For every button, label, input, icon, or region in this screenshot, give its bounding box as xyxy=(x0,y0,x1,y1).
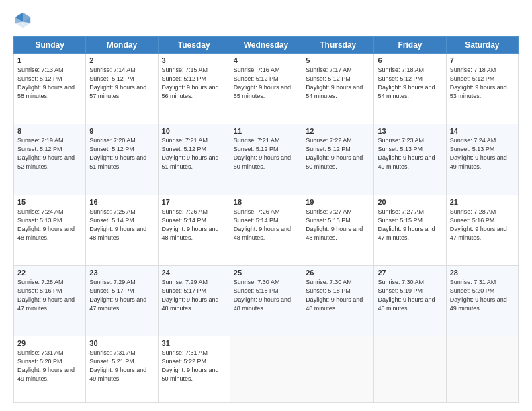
day-info: Sunrise: 7:27 AM Sunset: 5:15 PM Dayligh… xyxy=(378,208,442,242)
day-info: Sunrise: 7:17 AM Sunset: 5:12 PM Dayligh… xyxy=(306,66,370,101)
table-row: 30 Sunrise: 7:31 AM Sunset: 5:21 PM Dayl… xyxy=(86,336,158,403)
table-row xyxy=(374,336,446,403)
table-row: 13 Sunrise: 7:23 AM Sunset: 5:13 PM Dayl… xyxy=(374,124,446,195)
day-number: 27 xyxy=(378,269,442,277)
page: Sunday Monday Tuesday Wednesday Thursday… xyxy=(0,0,532,411)
table-row: 24 Sunrise: 7:29 AM Sunset: 5:17 PM Dayl… xyxy=(158,265,230,336)
day-number: 6 xyxy=(378,56,442,64)
day-info: Sunrise: 7:22 AM Sunset: 5:12 PM Dayligh… xyxy=(306,136,370,171)
day-number: 12 xyxy=(306,127,370,135)
table-row: 25 Sunrise: 7:30 AM Sunset: 5:18 PM Dayl… xyxy=(230,265,302,336)
table-row: 17 Sunrise: 7:26 AM Sunset: 5:14 PM Dayl… xyxy=(158,195,230,265)
day-info: Sunrise: 7:28 AM Sunset: 5:16 PM Dayligh… xyxy=(450,208,515,242)
day-number: 11 xyxy=(234,127,298,135)
day-info: Sunrise: 7:26 AM Sunset: 5:14 PM Dayligh… xyxy=(162,208,226,242)
day-info: Sunrise: 7:24 AM Sunset: 5:13 PM Dayligh… xyxy=(17,208,82,242)
day-info: Sunrise: 7:29 AM Sunset: 5:17 PM Dayligh… xyxy=(89,278,154,313)
day-number: 15 xyxy=(17,198,82,206)
col-sunday: Sunday xyxy=(14,37,86,54)
day-number: 3 xyxy=(162,56,226,64)
day-number: 25 xyxy=(234,269,298,277)
table-row: 22 Sunrise: 7:28 AM Sunset: 5:16 PM Dayl… xyxy=(14,265,86,336)
col-wednesday: Wednesday xyxy=(230,37,302,54)
day-info: Sunrise: 7:31 AM Sunset: 5:22 PM Dayligh… xyxy=(162,349,226,383)
table-row: 7 Sunrise: 7:18 AM Sunset: 5:12 PM Dayli… xyxy=(446,54,518,124)
table-row: 31 Sunrise: 7:31 AM Sunset: 5:22 PM Dayl… xyxy=(158,336,230,403)
day-number: 16 xyxy=(89,198,154,206)
day-info: Sunrise: 7:23 AM Sunset: 5:13 PM Dayligh… xyxy=(378,136,442,171)
day-info: Sunrise: 7:18 AM Sunset: 5:12 PM Dayligh… xyxy=(450,66,515,101)
day-number: 30 xyxy=(89,339,154,347)
table-row: 28 Sunrise: 7:31 AM Sunset: 5:20 PM Dayl… xyxy=(446,265,518,336)
day-info: Sunrise: 7:24 AM Sunset: 5:13 PM Dayligh… xyxy=(450,136,515,171)
table-row: 29 Sunrise: 7:31 AM Sunset: 5:20 PM Dayl… xyxy=(14,336,86,403)
table-row: 26 Sunrise: 7:30 AM Sunset: 5:18 PM Dayl… xyxy=(302,265,374,336)
calendar-table: Sunday Monday Tuesday Wednesday Thursday… xyxy=(13,36,519,403)
day-number: 23 xyxy=(89,269,154,277)
col-thursday: Thursday xyxy=(302,37,374,54)
table-row: 4 Sunrise: 7:16 AM Sunset: 5:12 PM Dayli… xyxy=(230,54,302,124)
day-info: Sunrise: 7:13 AM Sunset: 5:12 PM Dayligh… xyxy=(17,66,82,101)
day-number: 18 xyxy=(234,198,298,206)
day-info: Sunrise: 7:19 AM Sunset: 5:12 PM Dayligh… xyxy=(17,136,82,171)
day-number: 17 xyxy=(162,198,226,206)
day-info: Sunrise: 7:29 AM Sunset: 5:17 PM Dayligh… xyxy=(162,278,226,313)
table-row: 1 Sunrise: 7:13 AM Sunset: 5:12 PM Dayli… xyxy=(14,54,86,124)
day-info: Sunrise: 7:30 AM Sunset: 5:18 PM Dayligh… xyxy=(234,278,298,313)
table-row: 5 Sunrise: 7:17 AM Sunset: 5:12 PM Dayli… xyxy=(302,54,374,124)
day-info: Sunrise: 7:31 AM Sunset: 5:20 PM Dayligh… xyxy=(17,349,82,383)
header-row: Sunday Monday Tuesday Wednesday Thursday… xyxy=(14,37,519,54)
day-number: 20 xyxy=(378,198,442,206)
day-info: Sunrise: 7:21 AM Sunset: 5:12 PM Dayligh… xyxy=(234,136,298,171)
table-row: 10 Sunrise: 7:21 AM Sunset: 5:12 PM Dayl… xyxy=(158,124,230,195)
table-row: 6 Sunrise: 7:18 AM Sunset: 5:12 PM Dayli… xyxy=(374,54,446,124)
day-number: 10 xyxy=(162,127,226,135)
day-number: 5 xyxy=(306,56,370,64)
table-row: 8 Sunrise: 7:19 AM Sunset: 5:12 PM Dayli… xyxy=(14,124,86,195)
table-row: 11 Sunrise: 7:21 AM Sunset: 5:12 PM Dayl… xyxy=(230,124,302,195)
logo xyxy=(13,11,35,30)
day-info: Sunrise: 7:18 AM Sunset: 5:12 PM Dayligh… xyxy=(378,66,442,101)
table-row: 14 Sunrise: 7:24 AM Sunset: 5:13 PM Dayl… xyxy=(446,124,518,195)
table-row: 9 Sunrise: 7:20 AM Sunset: 5:12 PM Dayli… xyxy=(86,124,158,195)
table-row: 21 Sunrise: 7:28 AM Sunset: 5:16 PM Dayl… xyxy=(446,195,518,265)
col-saturday: Saturday xyxy=(446,37,518,54)
day-number: 28 xyxy=(450,269,515,277)
table-row: 19 Sunrise: 7:27 AM Sunset: 5:15 PM Dayl… xyxy=(302,195,374,265)
day-info: Sunrise: 7:14 AM Sunset: 5:12 PM Dayligh… xyxy=(89,66,154,101)
table-row: 12 Sunrise: 7:22 AM Sunset: 5:12 PM Dayl… xyxy=(302,124,374,195)
table-row: 23 Sunrise: 7:29 AM Sunset: 5:17 PM Dayl… xyxy=(86,265,158,336)
header xyxy=(13,11,519,30)
day-info: Sunrise: 7:25 AM Sunset: 5:14 PM Dayligh… xyxy=(89,208,154,242)
table-row xyxy=(446,336,518,403)
day-number: 14 xyxy=(450,127,515,135)
day-number: 24 xyxy=(162,269,226,277)
day-number: 26 xyxy=(306,269,370,277)
day-number: 19 xyxy=(306,198,370,206)
day-info: Sunrise: 7:30 AM Sunset: 5:18 PM Dayligh… xyxy=(306,278,370,313)
day-info: Sunrise: 7:15 AM Sunset: 5:12 PM Dayligh… xyxy=(162,66,226,101)
day-number: 1 xyxy=(17,56,82,64)
day-number: 4 xyxy=(234,56,298,64)
day-info: Sunrise: 7:26 AM Sunset: 5:14 PM Dayligh… xyxy=(234,208,298,242)
day-number: 8 xyxy=(17,127,82,135)
table-row: 15 Sunrise: 7:24 AM Sunset: 5:13 PM Dayl… xyxy=(14,195,86,265)
logo-icon xyxy=(13,11,32,30)
day-number: 9 xyxy=(89,127,154,135)
day-info: Sunrise: 7:20 AM Sunset: 5:12 PM Dayligh… xyxy=(89,136,154,171)
table-row xyxy=(302,336,374,403)
table-row: 3 Sunrise: 7:15 AM Sunset: 5:12 PM Dayli… xyxy=(158,54,230,124)
table-row xyxy=(230,336,302,403)
day-number: 22 xyxy=(17,269,82,277)
table-row: 2 Sunrise: 7:14 AM Sunset: 5:12 PM Dayli… xyxy=(86,54,158,124)
day-number: 7 xyxy=(450,56,515,64)
table-row: 27 Sunrise: 7:30 AM Sunset: 5:19 PM Dayl… xyxy=(374,265,446,336)
table-row: 20 Sunrise: 7:27 AM Sunset: 5:15 PM Dayl… xyxy=(374,195,446,265)
day-number: 21 xyxy=(450,198,515,206)
day-info: Sunrise: 7:28 AM Sunset: 5:16 PM Dayligh… xyxy=(17,278,82,313)
day-info: Sunrise: 7:21 AM Sunset: 5:12 PM Dayligh… xyxy=(162,136,226,171)
day-number: 2 xyxy=(89,56,154,64)
day-info: Sunrise: 7:30 AM Sunset: 5:19 PM Dayligh… xyxy=(378,278,442,313)
day-number: 13 xyxy=(378,127,442,135)
day-info: Sunrise: 7:31 AM Sunset: 5:21 PM Dayligh… xyxy=(89,349,154,383)
